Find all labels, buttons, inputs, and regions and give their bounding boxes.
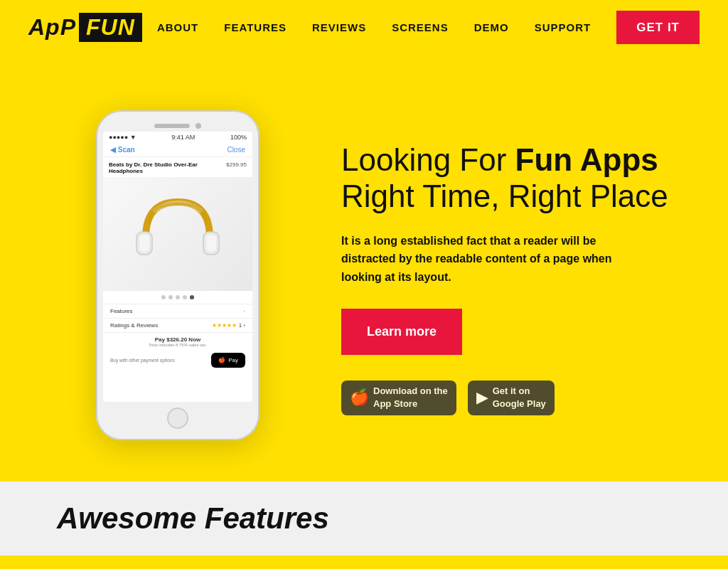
features-label: Features (110, 308, 133, 314)
hero-subtitle: Right Time, Right Place (341, 179, 668, 213)
nav-demo[interactable]: DEMO (474, 21, 509, 33)
hero-title-normal: Looking For (341, 142, 515, 177)
hero-title: Looking For Fun Apps Right Time, Right P… (341, 142, 685, 214)
app-store-main: App Store (373, 398, 448, 410)
pay-btn-label: Pay (228, 357, 238, 363)
nav-support[interactable]: SUPPORT (535, 21, 592, 33)
google-play-main: Google Play (493, 398, 546, 410)
learn-more-button[interactable]: Learn more (341, 309, 462, 355)
features-row[interactable]: Features › (103, 304, 252, 318)
phone-outer: ●●●●● ▼ 9:41 AM 100% ◀ Scan Close $299.9… (96, 110, 259, 440)
google-play-badge[interactable]: ▶ Get it on Google Play (468, 381, 555, 415)
app-store-text: Download on the App Store (373, 385, 448, 410)
google-play-icon: ▶ (476, 388, 488, 407)
pay-amount: Pay $326.20 Now (110, 336, 245, 343)
app-store-sub: Download on the (373, 385, 448, 398)
phone-top (103, 119, 252, 132)
app-store-badge[interactable]: 🍎 Download on the App Store (341, 381, 456, 415)
product-price: $299.95 (226, 161, 247, 168)
close-button[interactable]: Close (227, 146, 245, 154)
scan-button[interactable]: ◀ Scan (110, 146, 135, 154)
phone-speaker (154, 124, 190, 128)
dot-1 (161, 295, 166, 299)
dot-4 (183, 295, 187, 299)
apple-icon: 🍎 (218, 357, 225, 363)
hero-text: Looking For Fun Apps Right Time, Right P… (299, 142, 685, 415)
review-count: 1 (239, 322, 242, 329)
nav-get-it-button[interactable]: GET IT (616, 11, 700, 44)
nav-features[interactable]: FEATURES (224, 21, 287, 33)
svg-rect-3 (206, 235, 216, 252)
carousel-dots (103, 291, 252, 304)
phone-camera (196, 123, 201, 129)
logo: ApP FUN (28, 13, 142, 42)
pay-section: Pay $326.20 Now Total includes 8.75% sal… (103, 332, 252, 371)
product-info: $299.95 Beats by Dr. Dre Studio Over-Ear… (103, 157, 252, 177)
nav-about[interactable]: ABOUT (157, 21, 198, 33)
hero-section: ●●●●● ▼ 9:41 AM 100% ◀ Scan Close $299.9… (0, 55, 728, 482)
reviews-label: Ratings & Reviews (110, 322, 158, 329)
navbar: ApP FUN ABOUT FEATURES REVIEWS SCREENS D… (0, 0, 728, 55)
nav-screens[interactable]: SCREENS (392, 21, 449, 33)
reviews-row[interactable]: Ratings & Reviews ★★★★★ 1 › (103, 318, 252, 332)
hero-title-bold: Fun Apps (515, 142, 658, 177)
phone-bottom (103, 402, 252, 432)
svg-rect-1 (139, 235, 149, 252)
features-chevron: › (243, 308, 245, 314)
phone-mockup: ●●●●● ▼ 9:41 AM 100% ◀ Scan Close $299.9… (57, 110, 299, 440)
home-button[interactable] (167, 408, 188, 429)
headphones-icon (128, 188, 228, 280)
reviews-right: ★★★★★ 1 › (212, 322, 245, 329)
stars-icon: ★★★★★ (212, 322, 237, 329)
pay-note: Total includes 8.75% sales tax. (110, 343, 245, 347)
phone-screen: ●●●●● ▼ 9:41 AM 100% ◀ Scan Close $299.9… (103, 132, 252, 402)
logo-app-text: ApP (28, 14, 76, 41)
dot-5 (190, 295, 194, 299)
battery-status: 100% (230, 134, 247, 141)
google-play-text: Get it on Google Play (493, 385, 546, 410)
bottom-section: Awesome Features (0, 482, 728, 555)
status-bar: ●●●●● ▼ 9:41 AM 100% (103, 132, 252, 143)
status-time: 9:41 AM (171, 134, 195, 141)
logo-fun-text: FUN (79, 13, 142, 42)
apple-store-icon: 🍎 (350, 388, 369, 407)
nav-links: ABOUT FEATURES REVIEWS SCREENS DEMO SUPP… (157, 21, 700, 35)
reviews-chevron: › (243, 322, 245, 329)
store-badges: 🍎 Download on the App Store ▶ Get it on … (341, 381, 685, 415)
nav-reviews[interactable]: REVIEWS (312, 21, 366, 33)
dot-3 (176, 295, 180, 299)
pay-row: Buy with other payment options 🍎 Pay (110, 350, 245, 368)
apple-pay-button[interactable]: 🍎 Pay (211, 353, 245, 368)
product-image (103, 177, 252, 291)
wifi-icon: ●●●●● ▼ (109, 134, 136, 141)
pay-other-label: Buy with other payment options (110, 358, 175, 363)
google-play-sub: Get it on (493, 385, 546, 398)
bottom-title: Awesome Features (57, 501, 671, 536)
dot-2 (168, 295, 173, 299)
screen-topbar: ◀ Scan Close (103, 143, 252, 157)
hero-description: It is a long established fact that a rea… (341, 232, 640, 287)
